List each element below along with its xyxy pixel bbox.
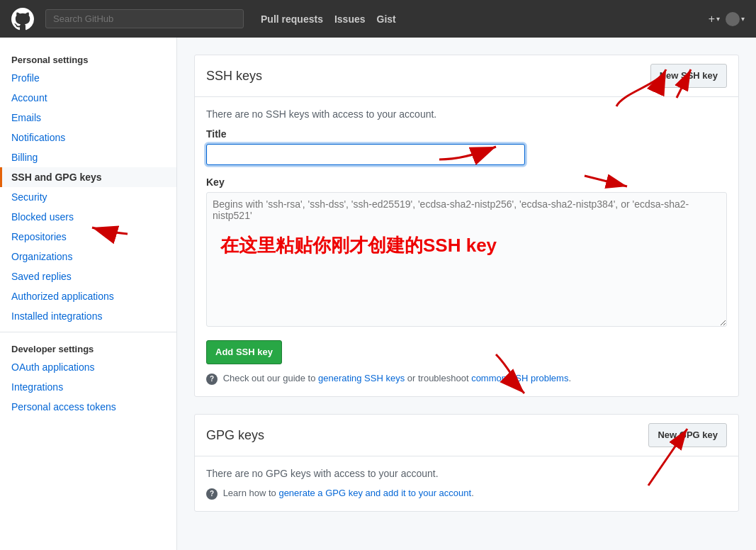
gpg-help-text: ? Learn how to generate a GPG key and ad… (206, 488, 727, 500)
personal-settings-title: Personal settings (0, 49, 176, 68)
key-label: Key (206, 176, 727, 188)
sidebar-item-emails[interactable]: Emails (0, 108, 176, 128)
gpg-help-suffix: . (471, 488, 474, 498)
sidebar-item-saved-replies[interactable]: Saved replies (0, 266, 176, 286)
new-ssh-key-button[interactable]: New SSH key (650, 64, 727, 88)
common-ssh-problems-link[interactable]: common SSH problems (471, 373, 568, 383)
title-input[interactable] (206, 144, 525, 165)
page-layout: Personal settings Profile Account Emails… (0, 38, 756, 550)
sidebar-item-oauth-applications[interactable]: OAuth applications (0, 357, 176, 377)
avatar (726, 12, 740, 26)
gpg-section-title: GPG keys (206, 428, 264, 443)
new-item-button[interactable]: + ▾ (709, 13, 720, 26)
sidebar-item-integrations[interactable]: Integrations (0, 377, 176, 397)
new-gpg-key-button[interactable]: New GPG key (648, 423, 727, 447)
gpg-section-header: GPG keys New GPG key (195, 415, 738, 456)
sidebar: Personal settings Profile Account Emails… (0, 38, 177, 550)
gpg-section-body: There are no GPG keys with access to you… (195, 456, 738, 511)
ssh-section-header: SSH keys New SSH key (195, 55, 738, 97)
gpg-help-prefix: Learn how to (223, 488, 279, 498)
help-icon: ? (206, 374, 218, 385)
sidebar-item-billing[interactable]: Billing (0, 147, 176, 167)
search-input[interactable] (45, 9, 244, 28)
avatar-menu-button[interactable]: ▾ (726, 12, 745, 26)
header-nav: Pull requests Issues Gist (261, 13, 396, 25)
avatar-chevron: ▾ (741, 15, 745, 23)
ssh-help-text: ? Check out our guide to generating SSH … (206, 373, 727, 385)
sidebar-item-ssh-gpg-keys[interactable]: SSH and GPG keys (0, 167, 176, 187)
gpg-guide-link[interactable]: generate a GPG key and add it to your ac… (278, 488, 471, 498)
generating-ssh-keys-link[interactable]: generating SSH keys (318, 373, 405, 383)
header-right: + ▾ ▾ (709, 12, 745, 26)
sidebar-item-security[interactable]: Security (0, 187, 176, 207)
gist-link[interactable]: Gist (377, 13, 396, 25)
help-text-suffix: . (568, 373, 571, 383)
app-header: Pull requests Issues Gist + ▾ ▾ (0, 0, 756, 38)
plus-chevron: ▾ (716, 15, 720, 23)
pull-requests-link[interactable]: Pull requests (261, 13, 323, 25)
title-label: Title (206, 128, 727, 140)
key-form-group: Key 在这里粘贴你刚才创建的SSH key (206, 176, 727, 329)
ssh-section-title: SSH keys (206, 69, 262, 84)
sidebar-item-repositories[interactable]: Repositories (0, 227, 176, 247)
ssh-section-body: There are no SSH keys with access to you… (195, 97, 738, 396)
ssh-no-keys-message: There are no SSH keys with access to you… (206, 108, 727, 120)
help-text-middle: or troubleshoot (405, 373, 471, 383)
sidebar-divider (0, 332, 176, 332)
sidebar-item-authorized-applications[interactable]: Authorized applications (0, 286, 176, 306)
gpg-keys-section: GPG keys New GPG key There are no GPG ke… (194, 414, 739, 512)
issues-link[interactable]: Issues (334, 13, 366, 25)
ssh-keys-section: SSH keys New SSH key There are no SSH ke… (194, 55, 739, 397)
title-form-group: Title (206, 128, 727, 165)
help-text-prefix: Check out our guide to (223, 373, 318, 383)
sidebar-item-organizations[interactable]: Organizations (0, 247, 176, 266)
sidebar-item-personal-access-tokens[interactable]: Personal access tokens (0, 397, 176, 417)
sidebar-item-notifications[interactable]: Notifications (0, 128, 176, 147)
sidebar-item-blocked-users[interactable]: Blocked users (0, 207, 176, 227)
key-textarea[interactable] (206, 192, 727, 327)
developer-settings-title: Developer settings (0, 338, 176, 357)
add-ssh-key-button[interactable]: Add SSH key (206, 340, 282, 364)
main-content: SSH keys New SSH key There are no SSH ke… (177, 38, 756, 550)
gpg-help-icon: ? (206, 488, 218, 500)
sidebar-item-installed-integrations[interactable]: Installed integrations (0, 306, 176, 326)
sidebar-item-account[interactable]: Account (0, 88, 176, 108)
plus-icon: + (709, 13, 715, 26)
sidebar-item-profile[interactable]: Profile (0, 68, 176, 88)
github-logo (11, 8, 34, 30)
gpg-no-keys-message: There are no GPG keys with access to you… (206, 468, 727, 479)
